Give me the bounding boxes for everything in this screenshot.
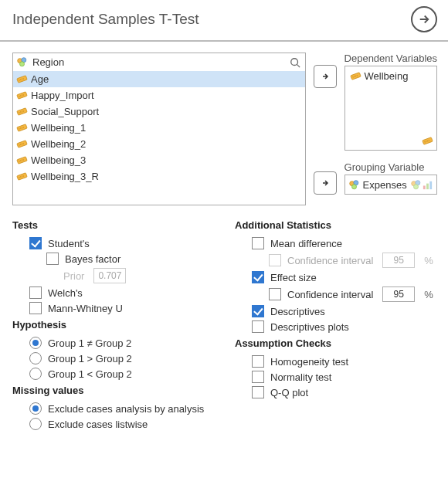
hypothesis-gt-label: Group 1 > Group 2 xyxy=(48,353,132,364)
continuous-icon xyxy=(422,135,433,147)
percent-label: % xyxy=(424,255,433,266)
hypothesis-gt-radio[interactable] xyxy=(29,352,42,364)
continuous-icon xyxy=(16,73,28,85)
homogeneity-label: Homogeneity test xyxy=(270,356,348,368)
continuous-icon xyxy=(16,122,28,134)
list-item[interactable]: Wellbeing xyxy=(348,70,433,83)
nominal-icon xyxy=(348,179,360,191)
variable-name: Social_Support xyxy=(31,106,99,117)
assumption-heading: Assumption Checks xyxy=(235,337,437,349)
descriptives-plots-checkbox[interactable] xyxy=(252,320,264,333)
meandiff-ci-checkbox xyxy=(269,254,281,266)
run-button[interactable] xyxy=(411,6,437,32)
svg-point-11 xyxy=(290,58,297,65)
variable-name: Expenses xyxy=(363,179,407,191)
move-to-grouping-button[interactable] xyxy=(314,171,337,195)
effectsize-ci-input[interactable]: 95 xyxy=(382,286,415,302)
variable-name: Age xyxy=(31,73,49,85)
welchs-label: Welch's xyxy=(48,287,83,299)
continuous-icon xyxy=(16,138,28,150)
hypothesis-heading: Hypothesis xyxy=(12,319,215,331)
effectsize-checkbox[interactable] xyxy=(252,271,264,283)
dependent-variables-box[interactable]: Wellbeing xyxy=(344,66,437,151)
bayes-factor-checkbox[interactable] xyxy=(46,253,59,265)
variable-name: Wellbeing_3_R xyxy=(31,171,99,182)
normality-checkbox[interactable] xyxy=(252,371,264,383)
list-item[interactable]: Age xyxy=(13,71,305,87)
hypothesis-lt-radio[interactable] xyxy=(29,368,42,380)
mannwhitney-label: Mann-Whitney U xyxy=(48,303,123,314)
variable-name: Wellbeing_3 xyxy=(31,154,86,166)
list-item[interactable]: Wellbeing_1 xyxy=(13,120,305,136)
variable-name: Wellbeing xyxy=(365,70,409,82)
welchs-checkbox[interactable] xyxy=(29,286,42,299)
effectsize-ci-label: Confidence interval xyxy=(287,289,373,300)
variable-name: Wellbeing_1 xyxy=(31,122,86,134)
meandiff-label: Mean difference xyxy=(270,238,342,249)
arrow-right-icon xyxy=(321,178,330,188)
continuous-icon xyxy=(16,154,28,166)
effectsize-ci-checkbox[interactable] xyxy=(269,288,281,300)
arrow-right-icon xyxy=(321,72,330,81)
effectsize-label: Effect size xyxy=(270,272,317,283)
students-checkbox[interactable] xyxy=(29,237,42,249)
students-label: Student's xyxy=(48,238,90,249)
dependent-label: Dependent Variables xyxy=(344,53,437,64)
continuous-icon xyxy=(16,171,28,182)
missing-heading: Missing values xyxy=(12,385,215,396)
page-title: Independent Samples T-Test xyxy=(12,11,199,28)
available-variables-list[interactable]: AgeHappy_ImportSocial_SupportWellbeing_1… xyxy=(12,53,306,205)
variable-name: Wellbeing_2 xyxy=(31,138,86,150)
list-item[interactable]: Wellbeing_3 xyxy=(13,152,305,168)
bayes-factor-label: Bayes factor xyxy=(65,253,120,265)
missing-analysis-radio[interactable] xyxy=(29,402,42,415)
continuous-icon xyxy=(350,70,361,82)
hypothesis-neq-label: Group 1 ≠ Group 2 xyxy=(48,337,131,349)
continuous-icon xyxy=(16,106,28,117)
percent-label: % xyxy=(424,289,433,300)
nominal-icon xyxy=(16,56,28,68)
descriptives-checkbox[interactable] xyxy=(252,305,264,317)
list-item[interactable]: Happy_Import xyxy=(13,87,305,103)
list-item[interactable]: Wellbeing_3_R xyxy=(13,168,305,185)
mannwhitney-checkbox[interactable] xyxy=(29,302,42,314)
hypothesis-lt-label: Group 1 < Group 2 xyxy=(48,368,132,380)
hypothesis-neq-radio[interactable] xyxy=(29,337,42,349)
search-icon xyxy=(290,57,300,68)
meandiff-ci-label: Confidence interval xyxy=(287,255,373,266)
grouping-variable-box[interactable]: Expenses xyxy=(344,175,437,195)
meandiff-ci-input: 95 xyxy=(382,253,415,268)
continuous-icon xyxy=(16,90,28,101)
missing-listwise-label: Exclude cases listwise xyxy=(48,419,148,430)
move-to-dependent-button[interactable] xyxy=(314,65,337,88)
variable-name: Happy_Import xyxy=(31,90,94,101)
list-item[interactable]: Social_Support xyxy=(13,103,305,120)
normality-label: Normality test xyxy=(270,371,331,383)
addstats-heading: Additional Statistics xyxy=(235,219,437,231)
qqplot-label: Q-Q plot xyxy=(270,387,308,398)
prior-label: Prior xyxy=(63,270,84,282)
descriptives-label: Descriptives xyxy=(270,306,325,317)
tests-heading: Tests xyxy=(12,219,215,231)
svg-line-12 xyxy=(297,64,300,67)
grouping-label: Grouping Variable xyxy=(344,161,437,173)
list-item[interactable]: Wellbeing_2 xyxy=(13,136,305,152)
nominal-icon xyxy=(410,179,422,191)
ordinal-icon xyxy=(422,179,433,191)
homogeneity-checkbox[interactable] xyxy=(252,355,264,368)
descriptives-plots-label: Descriptives plots xyxy=(270,321,349,333)
meandiff-checkbox[interactable] xyxy=(252,237,264,249)
arrow-right-icon xyxy=(417,12,431,26)
prior-input[interactable]: 0.707 xyxy=(93,268,126,283)
search-input[interactable] xyxy=(31,56,287,69)
missing-analysis-label: Exclude cases analysis by analysis xyxy=(48,403,204,415)
qqplot-checkbox[interactable] xyxy=(252,386,264,398)
missing-listwise-radio[interactable] xyxy=(29,418,42,430)
